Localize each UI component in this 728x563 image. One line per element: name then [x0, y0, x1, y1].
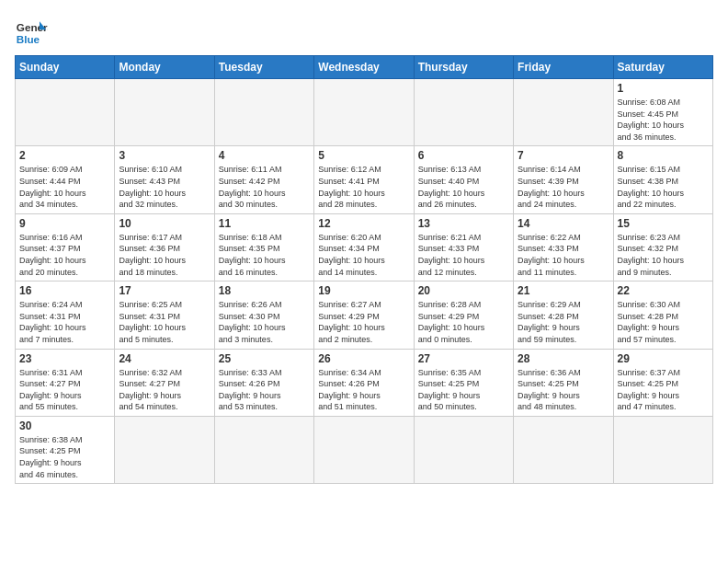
calendar-cell: [214, 79, 313, 146]
calendar-cell: 10Sunrise: 6:17 AM Sunset: 4:36 PM Dayli…: [115, 213, 214, 281]
weekday-header-saturday: Saturday: [613, 56, 712, 79]
calendar-cell: [214, 416, 313, 483]
day-info: Sunrise: 6:36 AM Sunset: 4:25 PM Dayligh…: [518, 367, 609, 413]
day-number: 5: [318, 149, 409, 162]
day-info: Sunrise: 6:23 AM Sunset: 4:32 PM Dayligh…: [618, 232, 709, 278]
weekday-header-thursday: Thursday: [414, 56, 513, 79]
day-number: 4: [219, 149, 310, 162]
day-info: Sunrise: 6:24 AM Sunset: 4:31 PM Dayligh…: [19, 299, 110, 345]
calendar-cell: 5Sunrise: 6:12 AM Sunset: 4:41 PM Daylig…: [314, 146, 414, 213]
calendar-cell: [414, 79, 513, 146]
calendar-cell: 30Sunrise: 6:38 AM Sunset: 4:25 PM Dayli…: [16, 416, 115, 483]
day-number: 3: [119, 149, 210, 162]
day-number: 15: [618, 217, 709, 230]
day-number: 23: [19, 352, 110, 365]
calendar-cell: 14Sunrise: 6:22 AM Sunset: 4:33 PM Dayli…: [514, 213, 613, 281]
day-info: Sunrise: 6:34 AM Sunset: 4:26 PM Dayligh…: [318, 367, 409, 413]
weekday-header-row: SundayMondayTuesdayWednesdayThursdayFrid…: [16, 56, 713, 79]
day-number: 10: [119, 217, 210, 230]
day-number: 24: [119, 352, 210, 365]
calendar-cell: 3Sunrise: 6:10 AM Sunset: 4:43 PM Daylig…: [115, 146, 214, 213]
calendar-cell: [613, 416, 712, 483]
weekday-header-monday: Monday: [115, 56, 214, 79]
day-number: 29: [618, 352, 709, 365]
day-number: 21: [518, 284, 609, 297]
calendar-cell: 25Sunrise: 6:33 AM Sunset: 4:26 PM Dayli…: [214, 349, 313, 416]
calendar-cell: 29Sunrise: 6:37 AM Sunset: 4:25 PM Dayli…: [613, 349, 712, 416]
day-info: Sunrise: 6:37 AM Sunset: 4:25 PM Dayligh…: [618, 367, 709, 413]
calendar-cell: [314, 79, 414, 146]
day-number: 19: [318, 284, 409, 297]
day-number: 20: [418, 284, 509, 297]
calendar-cell: 19Sunrise: 6:27 AM Sunset: 4:29 PM Dayli…: [314, 282, 414, 349]
calendar-cell: 18Sunrise: 6:26 AM Sunset: 4:30 PM Dayli…: [214, 282, 313, 349]
calendar-cell: [514, 79, 613, 146]
day-info: Sunrise: 6:15 AM Sunset: 4:38 PM Dayligh…: [618, 164, 709, 210]
calendar-week-row: 30Sunrise: 6:38 AM Sunset: 4:25 PM Dayli…: [16, 416, 713, 483]
day-info: Sunrise: 6:20 AM Sunset: 4:34 PM Dayligh…: [318, 232, 409, 278]
day-info: Sunrise: 6:31 AM Sunset: 4:27 PM Dayligh…: [19, 367, 110, 413]
day-number: 13: [418, 217, 509, 230]
day-number: 2: [19, 149, 110, 162]
day-info: Sunrise: 6:25 AM Sunset: 4:31 PM Dayligh…: [119, 299, 210, 345]
weekday-header-friday: Friday: [514, 56, 613, 79]
calendar-week-row: 9Sunrise: 6:16 AM Sunset: 4:37 PM Daylig…: [16, 213, 713, 281]
day-info: Sunrise: 6:12 AM Sunset: 4:41 PM Dayligh…: [318, 164, 409, 210]
day-number: 12: [318, 217, 409, 230]
day-number: 27: [418, 352, 509, 365]
calendar-cell: 6Sunrise: 6:13 AM Sunset: 4:40 PM Daylig…: [414, 146, 513, 213]
day-info: Sunrise: 6:10 AM Sunset: 4:43 PM Dayligh…: [119, 164, 210, 210]
calendar-cell: 24Sunrise: 6:32 AM Sunset: 4:27 PM Dayli…: [115, 349, 214, 416]
day-number: 25: [219, 352, 310, 365]
weekday-header-wednesday: Wednesday: [314, 56, 414, 79]
calendar-cell: [514, 416, 613, 483]
calendar-cell: 17Sunrise: 6:25 AM Sunset: 4:31 PM Dayli…: [115, 282, 214, 349]
calendar-cell: 28Sunrise: 6:36 AM Sunset: 4:25 PM Dayli…: [514, 349, 613, 416]
day-number: 18: [219, 284, 310, 297]
calendar-cell: [414, 416, 513, 483]
day-number: 22: [618, 284, 709, 297]
day-info: Sunrise: 6:13 AM Sunset: 4:40 PM Dayligh…: [418, 164, 509, 210]
calendar-table: SundayMondayTuesdayWednesdayThursdayFrid…: [15, 55, 713, 484]
calendar-cell: 1Sunrise: 6:08 AM Sunset: 4:45 PM Daylig…: [613, 79, 712, 146]
day-number: 1: [618, 82, 709, 95]
svg-text:Blue: Blue: [17, 33, 40, 45]
day-info: Sunrise: 6:14 AM Sunset: 4:39 PM Dayligh…: [518, 164, 609, 210]
day-info: Sunrise: 6:08 AM Sunset: 4:45 PM Dayligh…: [618, 97, 709, 143]
day-number: 9: [19, 217, 110, 230]
day-info: Sunrise: 6:32 AM Sunset: 4:27 PM Dayligh…: [119, 367, 210, 413]
logo: General Blue: [15, 15, 48, 48]
day-number: 26: [318, 352, 409, 365]
day-info: Sunrise: 6:17 AM Sunset: 4:36 PM Dayligh…: [119, 232, 210, 278]
calendar-cell: 22Sunrise: 6:30 AM Sunset: 4:28 PM Dayli…: [613, 282, 712, 349]
logo-icon: General Blue: [15, 15, 48, 48]
weekday-header-sunday: Sunday: [16, 56, 115, 79]
day-number: 8: [618, 149, 709, 162]
calendar-cell: 27Sunrise: 6:35 AM Sunset: 4:25 PM Dayli…: [414, 349, 513, 416]
calendar-cell: 9Sunrise: 6:16 AM Sunset: 4:37 PM Daylig…: [16, 213, 115, 281]
day-number: 6: [418, 149, 509, 162]
day-info: Sunrise: 6:28 AM Sunset: 4:29 PM Dayligh…: [418, 299, 509, 345]
day-number: 28: [518, 352, 609, 365]
calendar-cell: 23Sunrise: 6:31 AM Sunset: 4:27 PM Dayli…: [16, 349, 115, 416]
day-info: Sunrise: 6:38 AM Sunset: 4:25 PM Dayligh…: [19, 434, 110, 480]
calendar-cell: 16Sunrise: 6:24 AM Sunset: 4:31 PM Dayli…: [16, 282, 115, 349]
day-info: Sunrise: 6:18 AM Sunset: 4:35 PM Dayligh…: [219, 232, 310, 278]
calendar-week-row: 23Sunrise: 6:31 AM Sunset: 4:27 PM Dayli…: [16, 349, 713, 416]
day-number: 14: [518, 217, 609, 230]
calendar-cell: 4Sunrise: 6:11 AM Sunset: 4:42 PM Daylig…: [214, 146, 313, 213]
weekday-header-tuesday: Tuesday: [214, 56, 313, 79]
calendar-week-row: 1Sunrise: 6:08 AM Sunset: 4:45 PM Daylig…: [16, 79, 713, 146]
day-info: Sunrise: 6:11 AM Sunset: 4:42 PM Dayligh…: [219, 164, 310, 210]
day-number: 11: [219, 217, 310, 230]
day-info: Sunrise: 6:33 AM Sunset: 4:26 PM Dayligh…: [219, 367, 310, 413]
day-info: Sunrise: 6:16 AM Sunset: 4:37 PM Dayligh…: [19, 232, 110, 278]
calendar-week-row: 16Sunrise: 6:24 AM Sunset: 4:31 PM Dayli…: [16, 282, 713, 349]
day-number: 7: [518, 149, 609, 162]
calendar-cell: 26Sunrise: 6:34 AM Sunset: 4:26 PM Dayli…: [314, 349, 414, 416]
calendar-cell: 13Sunrise: 6:21 AM Sunset: 4:33 PM Dayli…: [414, 213, 513, 281]
day-info: Sunrise: 6:27 AM Sunset: 4:29 PM Dayligh…: [318, 299, 409, 345]
day-info: Sunrise: 6:09 AM Sunset: 4:44 PM Dayligh…: [19, 164, 110, 210]
calendar-week-row: 2Sunrise: 6:09 AM Sunset: 4:44 PM Daylig…: [16, 146, 713, 213]
day-info: Sunrise: 6:30 AM Sunset: 4:28 PM Dayligh…: [618, 299, 709, 345]
